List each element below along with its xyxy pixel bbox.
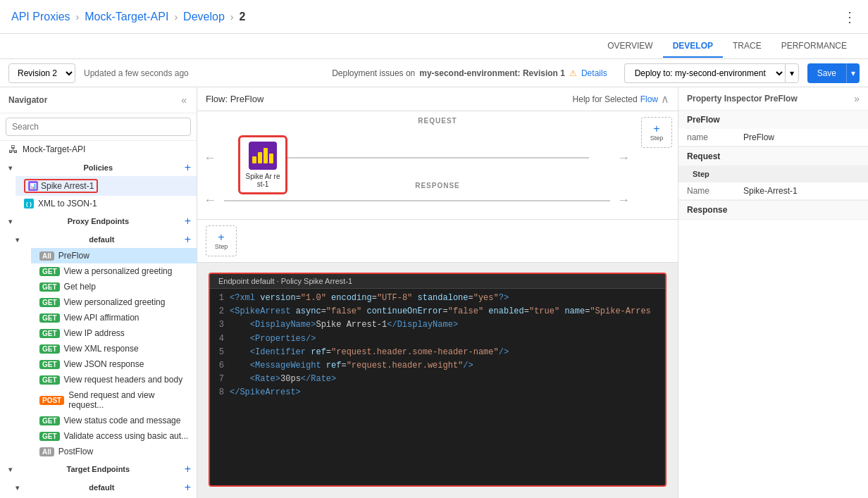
breadcrumb-api-proxies[interactable]: API Proxies	[11, 11, 70, 23]
code-line-7: 7 <Rate>30ps</Rate>	[210, 373, 665, 386]
details-link[interactable]: Details	[581, 68, 607, 78]
line-num-7: 7	[210, 373, 230, 386]
get-badge-personalized: GET	[39, 298, 60, 307]
sidebar-item-json-resp[interactable]: GET View JSON response	[31, 356, 197, 372]
get-badge-status: GET	[39, 416, 60, 425]
target-endpoints-list: ▾ default + All PreFlow All PostFlow	[0, 478, 197, 498]
warning-icon: ⚠	[569, 68, 577, 78]
proxy-icon: 🖧	[8, 144, 18, 155]
add-target-default-btn[interactable]: +	[185, 482, 191, 493]
section-proxy-endpoints[interactable]: ▾ Proxy Endpoints +	[0, 211, 197, 230]
property-expand-btn[interactable]: »	[854, 93, 860, 104]
sidebar-item-send-request[interactable]: POST Send request and view request...	[31, 387, 197, 413]
flow-collapse-btn[interactable]: ∧	[661, 92, 669, 106]
main-layout: Navigator « 🖧 Mock-Target-API ▾ Policies…	[0, 87, 868, 498]
code-line-1: 1 <?xml version="1.0" encoding="UTF-8" s…	[210, 292, 665, 305]
tab-overview[interactable]: OVERVIEW	[597, 35, 662, 58]
property-section-request-title: Request	[678, 147, 868, 166]
sidebar-item-spike-arrest[interactable]: 📊 Spike Arrest-1	[16, 176, 197, 196]
proxy-default-flows: All PreFlow GET View a personalized gree…	[16, 248, 197, 459]
get-badge-help: GET	[39, 282, 60, 292]
code-panel-container: Endpoint default · Policy Spike Arrest-1…	[197, 263, 678, 498]
code-line-2: 2 <SpikeArrest async="false" continueOnE…	[210, 305, 665, 318]
sidebar-item-preflow[interactable]: All PreFlow	[31, 248, 197, 263]
line-num-4: 4	[210, 332, 230, 346]
sidebar-item-postflow-proxy[interactable]: All PostFlow	[31, 444, 197, 459]
tab-performance[interactable]: PERFORMANCE	[771, 35, 857, 58]
status-code-label: View status code and message	[64, 416, 181, 425]
breadcrumb-mock-target[interactable]: Mock-Target-API	[85, 11, 168, 23]
sidebar-collapse-btn[interactable]: «	[180, 93, 188, 107]
line-num-3: 3	[210, 318, 230, 332]
proxy-name-label: Mock-Target-API	[23, 144, 85, 154]
toolbar-deployment: Deployment issues on my-second-environme…	[332, 68, 607, 78]
code-panel: Endpoint default · Policy Spike Arrest-1…	[209, 273, 666, 487]
get-badge-headers: GET	[39, 375, 60, 385]
request-label: REQUEST	[418, 117, 457, 125]
save-button[interactable]: Save	[807, 63, 846, 83]
code-line-3: 3 <DisplayName>Spike Arrest-1</DisplayNa…	[210, 318, 665, 332]
add-default-btn[interactable]: +	[185, 234, 191, 245]
add-proxy-endpoint-btn[interactable]: +	[185, 216, 191, 227]
section-target-default[interactable]: ▾ default +	[16, 478, 197, 496]
policy-flow-spike[interactable]: Spike Ar rest-1	[238, 135, 287, 194]
all-badge-postflow: All	[39, 447, 54, 456]
code-line-5: 5 <Identifier ref="request.header.some-h…	[210, 346, 665, 359]
code-line-4: 4 <Properties/>	[210, 332, 665, 346]
preflow-label: PreFlow	[58, 251, 89, 261]
get-badge-json: GET	[39, 360, 60, 369]
middle-panel: Flow: PreFlow Help for Selected Flow ∧ +…	[197, 87, 678, 498]
property-subsection-step: Step	[678, 166, 868, 182]
deploy-dropdown-btn[interactable]: ▾	[785, 63, 799, 83]
sidebar-item-xml-to-json[interactable]: { } XML to JSON-1	[16, 196, 197, 211]
property-header: Property Inspector PreFlow »	[678, 87, 868, 111]
section-proxy-default[interactable]: ▾ default +	[16, 230, 197, 248]
sidebar-proxy-name[interactable]: 🖧 Mock-Target-API	[0, 141, 197, 158]
save-dropdown-btn[interactable]: ▾	[846, 63, 860, 83]
more-options-icon[interactable]: ⋮	[843, 8, 857, 25]
affirmation-label: View API affirmation	[64, 313, 140, 323]
xml-resp-label: View XML response	[64, 344, 139, 354]
target-endpoints-label: Target Endpoints	[67, 465, 130, 473]
sidebar-item-get-help[interactable]: GET Get help	[31, 279, 197, 294]
deployment-info-text: Deployment issues on	[332, 68, 415, 78]
tab-trace[interactable]: TRACE	[723, 35, 771, 58]
bar1	[252, 156, 256, 163]
sidebar-item-affirmation[interactable]: GET View API affirmation	[31, 310, 197, 325]
line-content-3: <DisplayName>Spike Arrest-1</DisplayName…	[230, 318, 458, 332]
section-target-endpoints[interactable]: ▾ Target Endpoints +	[0, 459, 197, 478]
search-input[interactable]	[6, 118, 191, 136]
code-line-6: 6 <MessageWeight ref="request.header.wei…	[210, 359, 665, 373]
sidebar-item-validate[interactable]: GET Validate access using basic aut...	[31, 428, 197, 444]
add-target-endpoint-btn[interactable]: +	[185, 463, 191, 475]
section-policies[interactable]: ▾ Policies +	[0, 158, 197, 176]
add-policy-btn[interactable]: +	[185, 162, 191, 173]
deploy-select[interactable]: Deploy to: my-second-environment	[624, 63, 785, 83]
triangle-proxy: ▾	[8, 218, 12, 225]
sidebar-item-headers-body[interactable]: GET View request headers and body	[31, 372, 197, 387]
revision-select[interactable]: Revision 2	[8, 63, 75, 83]
sidebar-item-ip[interactable]: GET View IP address	[31, 325, 197, 341]
help-for-selected-text: Help for Selected	[573, 94, 638, 104]
property-section-request: Request Step Name Spike-Arrest-1	[678, 147, 868, 201]
xml-to-json-label: XML to JSON-1	[38, 199, 97, 208]
proxy-endpoints-label: Proxy Endpoints	[68, 217, 129, 225]
sidebar-item-xml-resp[interactable]: GET View XML response	[31, 341, 197, 356]
bar4	[269, 154, 273, 163]
code-body[interactable]: 1 <?xml version="1.0" encoding="UTF-8" s…	[210, 289, 665, 485]
deployment-env: my-second-environment: Revision 1	[419, 68, 565, 78]
sidebar-search-container	[0, 113, 197, 141]
all-badge-preflow: All	[39, 251, 54, 261]
add-step-bottom-btn[interactable]: + Step	[206, 225, 237, 256]
policy-flow-name: Spike Ar rest-1	[244, 173, 281, 188]
tab-develop[interactable]: DEVELOP	[663, 35, 723, 58]
help-flow-link[interactable]: Flow	[640, 94, 658, 104]
breadcrumb: API Proxies › Mock-Target-API › Develop …	[11, 11, 245, 23]
breadcrumb-sep-1: ›	[76, 11, 80, 23]
sidebar-item-greeting[interactable]: GET View a personalized greeting	[31, 263, 197, 279]
line-content-5: <Identifier ref="request.header.some-hea…	[230, 346, 509, 359]
sidebar-item-personalized[interactable]: GET View personalized greeting	[31, 294, 197, 310]
property-row-step-name: Name Spike-Arrest-1	[678, 182, 868, 200]
breadcrumb-develop[interactable]: Develop	[183, 11, 225, 23]
sidebar-item-status-code[interactable]: GET View status code and message	[31, 413, 197, 428]
